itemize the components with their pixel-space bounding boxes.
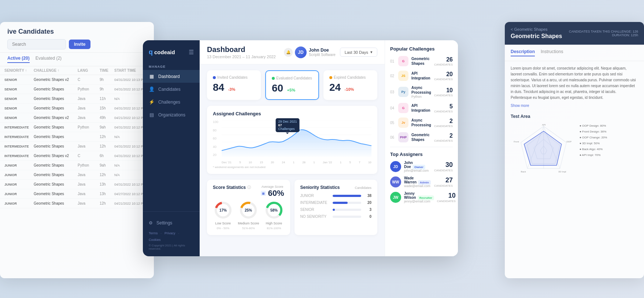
chevron-down-icon: ▾	[370, 50, 373, 55]
tab-evaluated[interactable]: Evaluated (2)	[36, 56, 62, 63]
seniority-card: Seniority Statistics Candidates JUNIOR 3…	[295, 180, 378, 235]
tab-instructions[interactable]: Instructions	[541, 49, 563, 56]
svg-text:Front: Front	[514, 141, 519, 143]
logo-q-icon: q	[149, 48, 153, 56]
seniority-bar-row: NO SENIORITY 0	[300, 215, 372, 219]
divider	[390, 147, 453, 147]
chart-title: Assigned Challenges	[213, 111, 371, 116]
bg-candidates-panel: ive Candidates Invite Active (20) Evalua…	[0, 22, 154, 278]
chart-area: 29 Dec 2021 67 Challenges	[222, 120, 371, 157]
assigner-list-item: WW Wade WarrenAdmin wade@email.com 27 CA…	[390, 176, 453, 188]
user-name: John Doe	[309, 48, 329, 53]
right-panel: Popular Challenges 01 G Geometric Shapes…	[385, 40, 458, 256]
seniority-title: Seniority Statistics	[300, 185, 340, 190]
sidebar-item-dashboard[interactable]: ▦ Dashboard	[143, 70, 200, 83]
table-row: JUNIOR Geometric Shapes Python 9ah N/A N…	[0, 161, 154, 170]
logo-name: codeaid	[154, 49, 175, 55]
seniority-rows: JUNIOR 38 INTERMEDIATE 20 SENIOR 3 NO SE…	[300, 194, 372, 219]
challenges-icon: ⚡	[149, 99, 155, 105]
header-left: Dashboard 13 December 2021 – 11 January …	[207, 45, 276, 59]
challenge-list: 01 G Geometric Shapes 26 CANDIDATES 02 J…	[390, 56, 453, 142]
low-donut-svg: 17%	[213, 200, 233, 220]
user-info: John Doe Scriptit Software	[309, 48, 336, 57]
score-stats-title: Score Statistics ⓘ	[213, 185, 251, 190]
challenge-title: Geometric Shapes	[511, 33, 562, 40]
assigner-list-item: JD John DoeOwner john@email.com 30 CANDI…	[390, 161, 453, 172]
date-filter-button[interactable]: Last 30 Days ▾	[340, 48, 377, 57]
page-title: Dashboard	[207, 45, 276, 54]
sidebar-item-challenges[interactable]: ⚡ Challenges	[143, 96, 200, 108]
chart-note: * weekend assignments are not included	[213, 165, 371, 169]
privacy-link[interactable]: Privacy	[164, 231, 175, 235]
cookies-link[interactable]: Cookies	[149, 238, 161, 242]
chart-section: Assigned Challenges 10080604020	[207, 106, 377, 174]
invited-change: -3%	[228, 87, 236, 92]
sidebar-logo: q codeaid ☰	[143, 40, 200, 62]
table-row: SENIOR Geometric Shapes Python 9h 04/31/…	[0, 85, 154, 94]
donut-row: 17% Low Score 0% - 50% 25%	[213, 200, 284, 230]
top-assigners-title: Top Assigners	[390, 152, 453, 157]
seniority-bar-row: INTERMEDIATE 20	[300, 201, 372, 205]
evaluated-value: 60	[272, 82, 283, 94]
challenge-description: Lorem ipsum dolor sit amet, consectetur …	[505, 61, 644, 186]
high-donut-svg: 58%	[264, 200, 284, 220]
assigner-avatar: WW	[390, 176, 401, 187]
tab-description[interactable]: Description	[511, 49, 535, 56]
svg-text:17%: 17%	[219, 208, 227, 212]
main-content: Dashboard 13 December 2021 – 11 January …	[200, 40, 385, 256]
settings-icon: ⚙	[149, 220, 153, 226]
avg-icon: ▦	[260, 190, 266, 196]
expired-dot	[329, 76, 332, 79]
assigner-avatar: JW	[390, 192, 401, 203]
header-date: 13 December 2021 – 11 January 2022	[207, 55, 276, 59]
bg-candidates-title: ive Candidates	[7, 28, 147, 36]
stat-evaluated: Evaluated Candidates 60 +5%	[265, 70, 319, 100]
challenge-icon: Jv	[398, 118, 408, 128]
sidebar-item-organizations[interactable]: ▤ Organizations	[143, 108, 200, 121]
menu-icon[interactable]: ☰	[189, 49, 194, 56]
sidebar-links: Terms · Privacy · Cookies	[149, 231, 194, 242]
seniority-bar-row: JUNIOR 38	[300, 194, 372, 198]
table-row: INTERMEDIATE Geometric Shapes v2 C 6h 04…	[0, 151, 154, 161]
bg-challenge-panel: < Geometric Shapes Geometric Shapes CAND…	[505, 22, 644, 278]
header-right: 🔔 JD John Doe Scriptit Software Last 30 …	[284, 46, 377, 58]
terms-link[interactable]: Terms	[149, 231, 158, 235]
candidates-tabs: Active (20) Evaluated (2)	[0, 53, 154, 66]
assigner-list: JD John DoeOwner john@email.com 30 CANDI…	[390, 161, 453, 203]
chart-y-axis: 10080604020	[213, 120, 220, 157]
challenge-list-item: 01 G Geometric Shapes 26 CANDIDATES	[390, 56, 453, 66]
back-link[interactable]: < Geometric Shapes	[511, 27, 562, 31]
challenge-list-item: 03 Py Async Processing Python 10 CANDIDA…	[390, 85, 453, 98]
notification-icon[interactable]: 🔔	[284, 48, 293, 57]
challenge-icon: G	[398, 103, 408, 113]
user-info-area: 🔔 JD John Doe Scriptit Software	[284, 46, 336, 58]
candidates-icon: 👤	[149, 86, 155, 92]
low-score-donut: 17% Low Score 0% - 50%	[213, 200, 233, 230]
low-score-sublabel: 0% - 50%	[216, 227, 229, 230]
challenge-list-item: 05 Jv Async Processing 2 CANDIDATES	[390, 118, 453, 128]
high-score-label: High Score	[266, 221, 282, 225]
settings-label: Settings	[156, 220, 172, 226]
copyright-text: © Copyright 2021 | All rights reserved.	[149, 244, 194, 250]
assigner-list-item: JW Jenny WilsonRecruiter jenny@email.com…	[390, 191, 453, 203]
invited-dot	[213, 76, 216, 79]
medium-score-label: Medium Score	[238, 221, 259, 225]
info-icon: ⓘ	[247, 185, 251, 190]
show-more-link[interactable]: Show more	[511, 103, 638, 109]
sidebar-item-candidates[interactable]: 👤 Candidates	[143, 83, 200, 96]
user-org: Scriptit Software	[309, 53, 336, 57]
challenge-icon: PHP	[398, 132, 408, 142]
settings-item[interactable]: ⚙ Settings	[149, 217, 194, 228]
tab-active[interactable]: Active (20)	[7, 56, 30, 63]
invite-button[interactable]: Invite	[69, 40, 90, 49]
invited-value: 84	[213, 82, 224, 93]
search-input[interactable]	[7, 39, 66, 49]
challenge-list-item: 02 JS API Integration 20 CANDIDATES	[390, 71, 453, 81]
table-row: INTERMEDIATE Geometric Shapes Java 12h 0…	[0, 142, 154, 151]
table-row: JUNIOR Geometric Shapes Java 13h 04/31/2…	[0, 180, 154, 189]
table-row: SENIOR Geometric Shapes v2 Java 49h 04/2…	[0, 113, 154, 123]
avg-label: Average Score	[260, 185, 284, 189]
challenge-list-item: 04 G API Integration 5 CANDIDATES	[390, 103, 453, 113]
table-header: Seniority ↑Challenge ↑LangTimeStart Time…	[0, 66, 154, 75]
content-body: Invited Candidates 84 -3% Evaluated Cand…	[200, 64, 385, 256]
